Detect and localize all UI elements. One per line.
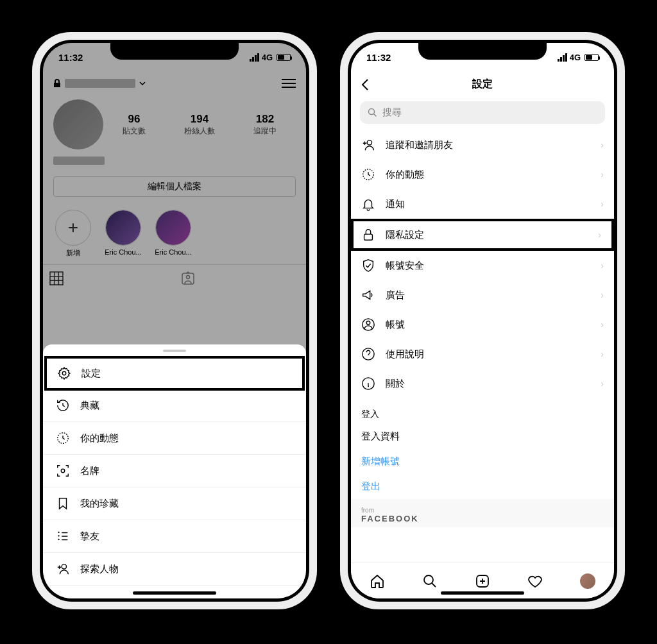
svg-point-11: [366, 321, 370, 325]
menu-item-archive[interactable]: 典藏: [43, 389, 306, 422]
close-friends-list-icon: [56, 529, 70, 543]
add-account-link[interactable]: 新增帳號: [351, 449, 614, 474]
activity-clock-icon: [56, 431, 70, 445]
settings-item-security[interactable]: 帳號安全 ›: [351, 251, 614, 280]
bell-icon: [361, 197, 375, 211]
phone-mockup-left: 11:32 4G: [32, 32, 317, 609]
chevron-right-icon: ›: [601, 349, 604, 359]
settings-item-privacy[interactable]: 隱私設定 ›: [351, 219, 614, 251]
bookmark-icon: [56, 496, 70, 511]
footer-brand: from FACEBOOK: [351, 499, 614, 527]
menu-item-nametag[interactable]: 名牌: [43, 455, 306, 487]
phone-mockup-right: 11:32 4G 設定 搜尋: [340, 32, 625, 609]
chevron-right-icon: ›: [601, 260, 604, 271]
back-button[interactable]: [361, 78, 374, 91]
activity-clock-icon: [361, 167, 375, 182]
shield-check-icon: [361, 258, 375, 273]
status-time: 11:32: [366, 52, 391, 63]
nametag-scan-icon: [56, 464, 70, 478]
chevron-right-icon: ›: [601, 169, 604, 180]
svg-point-6: [369, 109, 375, 115]
chevron-right-icon: ›: [601, 199, 604, 209]
signal-icon: [558, 53, 567, 62]
settings-item-follow-invite[interactable]: 追蹤和邀請朋友 ›: [351, 130, 614, 160]
tab-activity[interactable]: [527, 573, 543, 589]
info-circle-icon: [361, 377, 375, 391]
search-input[interactable]: 搜尋: [360, 101, 605, 124]
svg-point-5: [62, 564, 66, 569]
battery-icon: [584, 54, 599, 61]
tab-home[interactable]: [369, 573, 386, 589]
svg-point-2: [62, 371, 66, 375]
lock-icon: [361, 228, 375, 242]
status-time: 11:32: [58, 52, 83, 63]
tab-profile[interactable]: [579, 573, 596, 589]
user-circle-icon: [361, 318, 375, 332]
tab-search[interactable]: [422, 573, 438, 589]
svg-rect-9: [364, 234, 373, 240]
logout-link[interactable]: 登出: [351, 474, 614, 499]
add-person-icon: [361, 138, 375, 152]
settings-item-activity[interactable]: 你的動態 ›: [351, 160, 614, 189]
menu-item-activity[interactable]: 你的動態: [43, 422, 306, 455]
menu-item-settings[interactable]: 設定: [44, 356, 305, 391]
add-person-icon: [56, 562, 70, 576]
chevron-right-icon: ›: [601, 140, 604, 150]
svg-point-4: [61, 469, 65, 473]
menu-item-close-friends[interactable]: 摯友: [43, 520, 306, 553]
clock-history-icon: [56, 398, 70, 412]
profile-avatar-small: [580, 573, 595, 589]
megaphone-icon: [361, 288, 375, 302]
settings-item-help[interactable]: 使用說明 ›: [351, 339, 614, 369]
nav-header: 設定: [351, 71, 614, 97]
settings-item-account[interactable]: 帳號 ›: [351, 310, 614, 339]
home-indicator[interactable]: [441, 591, 524, 595]
home-indicator[interactable]: [133, 591, 216, 595]
gear-icon: [57, 366, 71, 380]
profile-menu-sheet: 設定 典藏 你的動態: [43, 344, 306, 598]
login-section-label: 登入: [351, 398, 614, 424]
search-icon: [368, 108, 377, 117]
help-circle-icon: [361, 347, 375, 361]
svg-point-14: [424, 575, 433, 584]
menu-item-saved[interactable]: 我的珍藏: [43, 487, 306, 520]
sheet-drag-handle[interactable]: [163, 350, 186, 352]
network-label: 4G: [570, 53, 581, 62]
menu-item-discover[interactable]: 探索人物: [43, 553, 306, 586]
svg-point-7: [367, 140, 371, 145]
chevron-right-icon: ›: [601, 290, 604, 300]
settings-item-about[interactable]: 關於 ›: [351, 369, 614, 398]
chevron-right-icon: ›: [601, 378, 604, 389]
signal-icon: [250, 53, 259, 62]
tab-create[interactable]: [474, 573, 491, 589]
chevron-right-icon: ›: [598, 230, 601, 240]
settings-item-ads[interactable]: 廣告 ›: [351, 280, 614, 310]
page-title: 設定: [472, 78, 493, 91]
chevron-right-icon: ›: [601, 319, 604, 330]
network-label: 4G: [262, 53, 273, 62]
login-info-item[interactable]: 登入資料: [351, 424, 614, 449]
settings-item-notifications[interactable]: 通知 ›: [351, 189, 614, 219]
battery-icon: [277, 54, 291, 61]
